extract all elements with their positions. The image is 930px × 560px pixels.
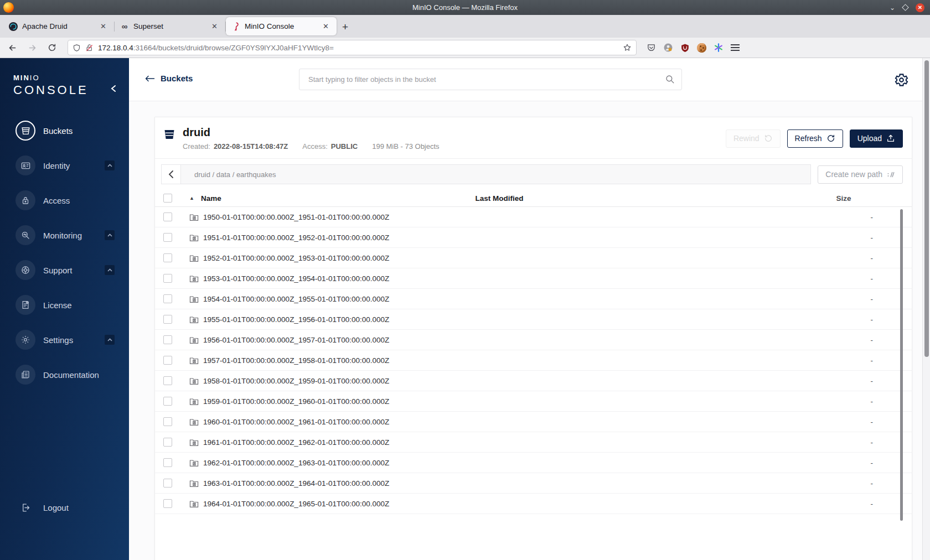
object-name[interactable]: 1960-01-01T00:00:00.000Z_1961-01-01T00:0…: [203, 418, 389, 426]
table-row[interactable]: 1959-01-01T00:00:00.000Z_1960-01-01T00:0…: [155, 391, 912, 412]
tab-apache-druid[interactable]: Apache Druid ✕: [3, 17, 114, 35]
select-all-checkbox[interactable]: [163, 194, 172, 203]
sidebar-item-buckets[interactable]: Buckets: [16, 121, 129, 141]
table-row[interactable]: 1952-01-01T00:00:00.000Z_1953-01-01T00:0…: [155, 248, 912, 268]
sidebar-item-documentation[interactable]: Documentation: [16, 365, 129, 385]
object-name[interactable]: 1953-01-01T00:00:00.000Z_1954-01-01T00:0…: [203, 274, 389, 283]
chevron-up-icon[interactable]: [105, 265, 115, 275]
table-row[interactable]: 1954-01-01T00:00:00.000Z_1955-01-01T00:0…: [155, 289, 912, 309]
table-row[interactable]: 1958-01-01T00:00:00.000Z_1959-01-01T00:0…: [155, 371, 912, 391]
settings-gear-icon[interactable]: [894, 72, 909, 87]
table-row[interactable]: 1950-01-01T00:00:00.000Z_1951-01-01T00:0…: [155, 207, 912, 227]
forward-icon[interactable]: [24, 40, 40, 55]
table-row[interactable]: 1956-01-01T00:00:00.000Z_1957-01-01T00:0…: [155, 330, 912, 350]
refresh-button[interactable]: Refresh: [787, 129, 843, 148]
url-text[interactable]: 172.18.0.4:31664/buckets/druid/browse/ZG…: [98, 44, 623, 52]
object-name[interactable]: 1955-01-01T00:00:00.000Z_1956-01-01T00:0…: [203, 315, 389, 324]
table-row[interactable]: 1961-01-01T00:00:00.000Z_1962-01-01T00:0…: [155, 432, 912, 453]
account-profile-icon[interactable]: [663, 43, 673, 53]
breadcrumb[interactable]: druid / data / earthquakes: [181, 164, 811, 184]
back-to-buckets-link[interactable]: Buckets: [145, 74, 193, 83]
filter-objects-input[interactable]: [299, 69, 682, 90]
tab-minio-console[interactable]: MinIO Console ✕: [226, 17, 337, 35]
menu-hamburger-icon[interactable]: [731, 44, 740, 51]
lock-insecure-icon[interactable]: [85, 44, 94, 52]
row-checkbox[interactable]: [163, 212, 172, 221]
name-column-header[interactable]: Name: [201, 194, 221, 203]
row-checkbox[interactable]: [163, 356, 172, 365]
row-checkbox[interactable]: [163, 458, 172, 467]
object-name[interactable]: 1950-01-01T00:00:00.000Z_1951-01-01T00:0…: [203, 213, 389, 221]
row-checkbox[interactable]: [163, 253, 172, 262]
table-row[interactable]: 1962-01-01T00:00:00.000Z_1963-01-01T00:0…: [155, 453, 912, 473]
close-window-icon[interactable]: ✕: [916, 3, 924, 12]
sidebar-item-monitoring[interactable]: Monitoring: [16, 225, 129, 245]
sidebar-item-license[interactable]: License: [16, 295, 129, 315]
last-modified-column-header[interactable]: Last Modified: [422, 194, 577, 203]
tab-close-icon[interactable]: ✕: [98, 21, 108, 32]
object-name[interactable]: 1954-01-01T00:00:00.000Z_1955-01-01T00:0…: [203, 295, 389, 303]
ublock-origin-icon[interactable]: [680, 43, 690, 53]
object-name[interactable]: 1963-01-01T00:00:00.000Z_1964-01-01T00:0…: [203, 479, 389, 488]
table-row[interactable]: 1963-01-01T00:00:00.000Z_1964-01-01T00:0…: [155, 473, 912, 494]
url-bar[interactable]: 172.18.0.4:31664/buckets/druid/browse/ZG…: [68, 40, 637, 55]
path-back-button[interactable]: [161, 164, 181, 184]
page-scrollbar[interactable]: [922, 58, 930, 560]
row-checkbox[interactable]: [163, 479, 172, 488]
row-checkbox[interactable]: [163, 233, 172, 242]
object-name[interactable]: 1959-01-01T00:00:00.000Z_1960-01-01T00:0…: [203, 397, 389, 406]
row-checkbox[interactable]: [163, 397, 172, 406]
sidebar-collapse-icon[interactable]: [110, 85, 117, 92]
page-scrollbar-thumb[interactable]: [924, 60, 929, 357]
create-new-path-button[interactable]: Create new path: [818, 165, 903, 184]
sidebar-item-logout[interactable]: Logout: [16, 497, 129, 517]
object-name[interactable]: 1958-01-01T00:00:00.000Z_1959-01-01T00:0…: [203, 377, 389, 385]
row-checkbox[interactable]: [163, 315, 172, 324]
pocket-save-icon[interactable]: [647, 43, 656, 53]
object-name[interactable]: 1964-01-01T00:00:00.000Z_1965-01-01T00:0…: [203, 500, 389, 508]
chevron-up-icon[interactable]: [105, 335, 115, 345]
table-row[interactable]: 1955-01-01T00:00:00.000Z_1956-01-01T00:0…: [155, 309, 912, 330]
cookie-manager-icon[interactable]: [697, 43, 706, 53]
object-name[interactable]: 1952-01-01T00:00:00.000Z_1953-01-01T00:0…: [203, 254, 389, 262]
back-icon[interactable]: [4, 40, 20, 55]
object-name[interactable]: 1957-01-01T00:00:00.000Z_1958-01-01T00:0…: [203, 356, 389, 365]
object-name[interactable]: 1961-01-01T00:00:00.000Z_1962-01-01T00:0…: [203, 438, 389, 447]
row-checkbox[interactable]: [163, 335, 172, 344]
table-row[interactable]: 1964-01-01T00:00:00.000Z_1965-01-01T00:0…: [155, 494, 912, 514]
row-checkbox[interactable]: [163, 376, 172, 385]
rewind-button[interactable]: Rewind: [726, 129, 781, 148]
row-checkbox[interactable]: [163, 417, 172, 426]
size-column-header[interactable]: Size: [814, 194, 875, 203]
tab-close-icon[interactable]: ✕: [321, 21, 331, 32]
chevron-up-icon[interactable]: [105, 230, 115, 240]
row-checkbox[interactable]: [163, 274, 172, 283]
minimize-icon[interactable]: ⌄: [890, 4, 895, 11]
shield-icon[interactable]: [73, 44, 81, 52]
table-row[interactable]: 1957-01-01T00:00:00.000Z_1958-01-01T00:0…: [155, 350, 912, 371]
upload-button[interactable]: Upload: [850, 129, 903, 148]
row-checkbox[interactable]: [163, 294, 172, 303]
row-checkbox[interactable]: [163, 499, 172, 508]
chevron-up-icon[interactable]: [105, 160, 115, 170]
table-row[interactable]: 1960-01-01T00:00:00.000Z_1961-01-01T00:0…: [155, 412, 912, 432]
sort-ascending-icon[interactable]: ▲: [189, 195, 194, 201]
table-scrollbar-thumb[interactable]: [900, 209, 903, 521]
table-row[interactable]: 1951-01-01T00:00:00.000Z_1952-01-01T00:0…: [155, 227, 912, 248]
sidebar-item-identity[interactable]: Identity: [16, 155, 129, 175]
object-name[interactable]: 1962-01-01T00:00:00.000Z_1963-01-01T00:0…: [203, 459, 389, 467]
access-value[interactable]: PUBLIC: [331, 142, 358, 151]
sidebar-item-access[interactable]: Access: [16, 190, 129, 210]
table-row[interactable]: 1953-01-01T00:00:00.000Z_1954-01-01T00:0…: [155, 268, 912, 289]
sidebar-item-settings[interactable]: Settings: [16, 330, 129, 350]
reload-icon[interactable]: [44, 40, 60, 55]
tab-superset[interactable]: ∞ Superset ✕: [115, 17, 225, 35]
tab-close-icon[interactable]: ✕: [209, 21, 220, 32]
bookmark-star-icon[interactable]: [623, 43, 632, 52]
extension-asterisk-icon[interactable]: [714, 43, 724, 53]
object-name[interactable]: 1951-01-01T00:00:00.000Z_1952-01-01T00:0…: [203, 234, 389, 242]
maximize-icon[interactable]: [902, 4, 909, 11]
row-checkbox[interactable]: [163, 438, 172, 447]
new-tab-icon[interactable]: +: [342, 21, 348, 33]
sidebar-item-support[interactable]: Support: [16, 260, 129, 280]
